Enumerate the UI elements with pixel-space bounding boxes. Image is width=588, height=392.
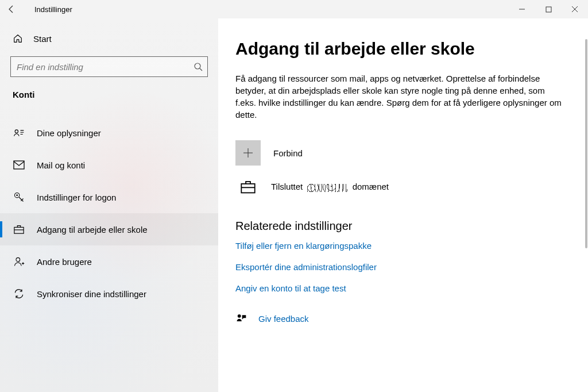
back-button[interactable] <box>0 0 23 18</box>
svg-rect-3 <box>14 161 24 169</box>
key-icon <box>13 191 25 203</box>
plus-icon <box>242 147 254 159</box>
home-button[interactable]: Start <box>0 25 218 54</box>
maximize-button[interactable] <box>535 0 562 18</box>
search-input-container[interactable] <box>10 56 208 77</box>
close-icon <box>571 6 578 13</box>
arrow-left-icon <box>7 5 16 14</box>
page-title: Adgang til arbejde eller skole <box>235 39 571 59</box>
domain-status-label: Tilsluttet domænet <box>271 182 389 191</box>
sidebar-item-label: Adgang til arbejde eller skole <box>37 225 148 235</box>
connect-button[interactable]: Forbind <box>235 140 571 166</box>
redacted-domain <box>307 184 347 192</box>
sidebar: Start Konti Dine oplysninger <box>0 18 218 392</box>
link-test-account[interactable]: Angiv en konto til at tage test <box>235 283 571 293</box>
sidebar-item-signin-options[interactable]: Indstillinger for logon <box>0 181 218 213</box>
minimize-button[interactable] <box>509 0 535 18</box>
person-add-icon <box>13 256 25 267</box>
search-input[interactable] <box>17 62 194 72</box>
close-button[interactable] <box>562 0 588 18</box>
svg-rect-6 <box>14 227 24 233</box>
svg-point-5 <box>16 194 18 196</box>
link-export-logs[interactable]: Eksportér dine administrationslogfiler <box>235 262 571 272</box>
plus-button[interactable] <box>235 140 261 166</box>
link-provisioning-package[interactable]: Tilføj eller fjern en klargøringspakke <box>235 241 571 251</box>
section-heading: Konti <box>0 87 218 105</box>
sidebar-item-sync-settings[interactable]: Synkroniser dine indstillinger <box>0 278 218 310</box>
feedback-label: Giv feedback <box>258 314 309 324</box>
domain-suffix: domænet <box>353 182 389 191</box>
svg-point-2 <box>15 130 18 133</box>
titlebar: Indstillinger <box>0 0 588 18</box>
related-settings-heading: Relaterede indstillinger <box>235 220 571 233</box>
search-icon <box>194 62 203 71</box>
maximize-icon <box>546 6 552 13</box>
sidebar-item-access-work-school[interactable]: Adgang til arbejde eller skole <box>0 213 218 245</box>
page-description: Få adgang til ressourcer som mail, apps … <box>235 72 563 121</box>
feedback-icon <box>235 313 247 324</box>
sync-icon <box>13 288 25 299</box>
svg-point-1 <box>195 63 200 69</box>
svg-rect-8 <box>241 184 254 193</box>
home-label: Start <box>33 34 52 44</box>
sidebar-item-label: Mail og konti <box>37 160 85 170</box>
domain-prefix: Tilsluttet <box>271 182 303 191</box>
mail-icon <box>13 160 25 170</box>
minimize-icon <box>519 6 525 13</box>
content-pane: Adgang til arbejde eller skole Få adgang… <box>218 18 588 392</box>
sidebar-item-other-users[interactable]: Andre brugere <box>0 245 218 278</box>
connect-label: Forbind <box>273 148 303 158</box>
connected-domain-item[interactable]: Tilsluttet domænet <box>235 179 571 194</box>
home-icon <box>13 33 23 44</box>
sidebar-item-email-accounts[interactable]: Mail og konti <box>0 149 218 181</box>
nav-list: Dine oplysninger Mail og konti Indstilli… <box>0 117 218 310</box>
svg-rect-0 <box>546 7 551 12</box>
settings-window: Indstillinger Start <box>0 0 588 392</box>
window-body: Start Konti Dine oplysninger <box>0 18 588 392</box>
scrollbar-thumb[interactable] <box>585 39 587 248</box>
window-controls <box>509 0 588 18</box>
person-card-icon <box>13 127 25 139</box>
sidebar-item-your-info[interactable]: Dine oplysninger <box>0 117 218 149</box>
window-title: Indstillinger <box>23 5 72 14</box>
briefcase-icon <box>238 179 258 194</box>
svg-point-9 <box>238 314 241 318</box>
svg-point-7 <box>16 258 20 262</box>
sidebar-item-label: Synkroniser dine indstillinger <box>37 289 146 299</box>
sidebar-item-label: Andre brugere <box>37 257 92 267</box>
briefcase-icon <box>13 224 25 235</box>
sidebar-item-label: Dine oplysninger <box>37 128 101 138</box>
feedback-button[interactable]: Giv feedback <box>235 313 571 324</box>
scrollbar[interactable] <box>585 39 587 387</box>
sidebar-item-label: Indstillinger for logon <box>37 193 116 202</box>
